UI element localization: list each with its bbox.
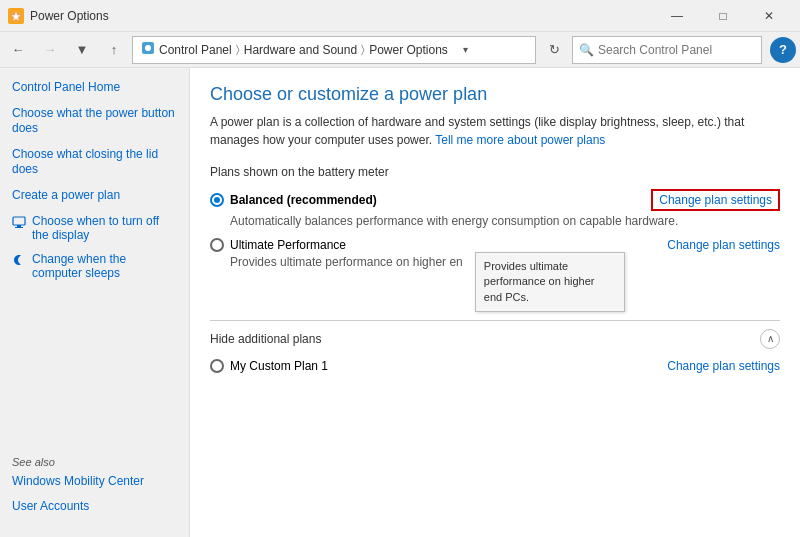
breadcrumb-power-options: Power Options	[369, 43, 448, 57]
minimize-button[interactable]: —	[654, 0, 700, 32]
main-layout: Control Panel Home Choose what the power…	[0, 68, 800, 537]
page-description: A power plan is a collection of hardware…	[210, 113, 770, 149]
sidebar-item-label: Choose when to turn off the display	[32, 214, 177, 242]
plan-balanced-description: Automatically balances performance with …	[230, 213, 780, 230]
address-bar: ← → ▼ ↑ Control Panel 〉 Hardware and Sou…	[0, 32, 800, 68]
content-area: Choose or customize a power plan A power…	[190, 68, 800, 537]
plans-section-label: Plans shown on the battery meter	[210, 165, 780, 179]
plan-custom: My Custom Plan 1 Change plan settings	[210, 359, 780, 373]
plan-ultimate-change-link[interactable]: Change plan settings	[667, 238, 780, 252]
hide-additional-label: Hide additional plans	[210, 332, 321, 346]
plan-ultimate-radio[interactable]	[210, 238, 224, 252]
sleep-icon	[12, 253, 28, 269]
hide-additional-row: Hide additional plans ∧	[210, 329, 780, 349]
breadcrumb-hardware-sound[interactable]: Hardware and Sound	[244, 43, 357, 57]
plan-custom-radio[interactable]	[210, 359, 224, 373]
breadcrumb-control-panel[interactable]: Control Panel	[159, 43, 232, 57]
learn-more-link[interactable]: Tell me more about power plans	[435, 133, 605, 147]
sidebar-item-label: Change when the computer sleeps	[32, 252, 177, 280]
plan-balanced-label[interactable]: Balanced (recommended)	[210, 193, 377, 207]
hide-additional-chevron[interactable]: ∧	[760, 329, 780, 349]
sidebar: Control Panel Home Choose what the power…	[0, 68, 190, 537]
search-input[interactable]	[598, 43, 755, 57]
sidebar-item-sleep[interactable]: Change when the computer sleeps	[12, 252, 177, 280]
plan-ultimate-name: Ultimate Performance	[230, 238, 346, 252]
sidebar-item-create-plan[interactable]: Create a power plan	[12, 188, 177, 204]
svg-point-1	[145, 45, 151, 51]
sidebar-item-mobility-center[interactable]: Windows Mobility Center	[12, 474, 177, 490]
plan-balanced-change-link[interactable]: Change plan settings	[651, 189, 780, 211]
plan-ultimate-header: Ultimate Performance Change plan setting…	[210, 238, 780, 252]
back-button[interactable]: ←	[4, 36, 32, 64]
svg-rect-3	[17, 225, 21, 227]
window-title: Power Options	[30, 9, 109, 23]
sidebar-item-user-accounts[interactable]: User Accounts	[12, 499, 177, 515]
sidebar-item-turn-off-display[interactable]: Choose when to turn off the display	[12, 214, 177, 242]
search-icon: 🔍	[579, 43, 594, 57]
svg-rect-4	[15, 227, 23, 228]
window-controls: — □ ✕	[654, 0, 792, 32]
plan-ultimate-description: Provides ultimate performance on higher …	[230, 254, 463, 271]
plan-custom-header: My Custom Plan 1 Change plan settings	[210, 359, 780, 373]
monitor-icon	[12, 215, 28, 231]
maximize-button[interactable]: □	[700, 0, 746, 32]
app-icon	[8, 8, 24, 24]
plan-ultimate: Ultimate Performance Change plan setting…	[210, 238, 780, 312]
search-box: 🔍	[572, 36, 762, 64]
plan-custom-change-link[interactable]: Change plan settings	[667, 359, 780, 373]
help-button[interactable]: ?	[770, 37, 796, 63]
title-bar: Power Options — □ ✕	[0, 0, 800, 32]
plan-custom-label[interactable]: My Custom Plan 1	[210, 359, 328, 373]
svg-rect-2	[13, 217, 25, 225]
plan-balanced: Balanced (recommended) Change plan setti…	[210, 189, 780, 230]
plan-custom-name: My Custom Plan 1	[230, 359, 328, 373]
sidebar-item-lid[interactable]: Choose what closing the lid does	[12, 147, 177, 178]
breadcrumb-icon	[141, 41, 155, 58]
up-button[interactable]: ↑	[100, 36, 128, 64]
refresh-button[interactable]: ↻	[540, 36, 568, 64]
close-button[interactable]: ✕	[746, 0, 792, 32]
sidebar-item-power-button[interactable]: Choose what the power button does	[12, 106, 177, 137]
plan-balanced-name: Balanced (recommended)	[230, 193, 377, 207]
forward-button[interactable]: →	[36, 36, 64, 64]
sidebar-bottom: See also Windows Mobility Center User Ac…	[0, 456, 189, 525]
page-heading: Choose or customize a power plan	[210, 84, 780, 105]
plan-balanced-radio[interactable]	[210, 193, 224, 207]
sidebar-top: Control Panel Home Choose what the power…	[0, 80, 189, 290]
sidebar-item-control-panel-home[interactable]: Control Panel Home	[12, 80, 177, 96]
plans-divider	[210, 320, 780, 321]
plan-balanced-header: Balanced (recommended) Change plan setti…	[210, 189, 780, 211]
tooltip-ultimate: Provides ultimate performance on higher …	[475, 252, 625, 312]
plan-ultimate-label[interactable]: Ultimate Performance	[210, 238, 346, 252]
breadcrumb: Control Panel 〉 Hardware and Sound 〉 Pow…	[132, 36, 536, 64]
breadcrumb-dropdown-button[interactable]: ▾	[454, 37, 478, 63]
recent-locations-button[interactable]: ▼	[68, 36, 96, 64]
see-also-label: See also	[12, 456, 177, 468]
